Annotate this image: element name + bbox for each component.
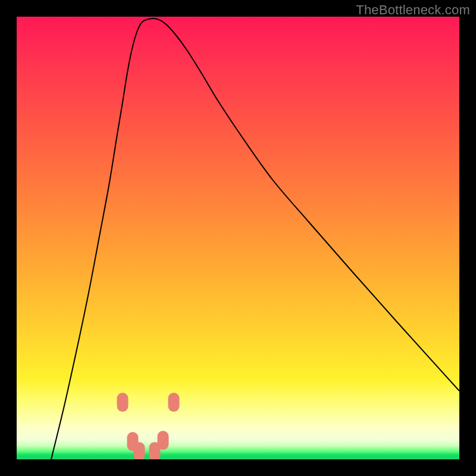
marker-left-upper (117, 393, 129, 412)
chart-frame: TheBottleneck.com (0, 0, 476, 476)
bottleneck-curve (51, 18, 459, 459)
markers-group (117, 393, 180, 459)
marker-right-upper (168, 393, 180, 412)
curve-layer (17, 17, 459, 459)
watermark-text: TheBottleneck.com (356, 2, 470, 18)
marker-right-lower (158, 431, 169, 450)
plot-area (17, 17, 459, 459)
marker-bottom-left (134, 442, 145, 459)
